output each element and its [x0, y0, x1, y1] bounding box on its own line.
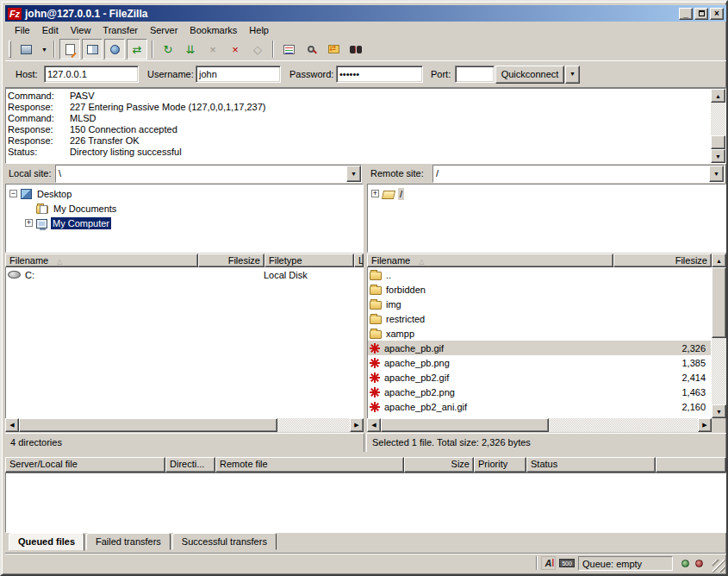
- close-button[interactable]: ×: [710, 8, 724, 20]
- column-header-filename[interactable]: Filename△: [5, 254, 198, 267]
- log-vertical-scrollbar[interactable]: ▲ ▼: [711, 89, 725, 163]
- process-queue-button[interactable]: ⇊: [180, 39, 201, 59]
- scrollbar-thumb[interactable]: [381, 418, 549, 432]
- file-row[interactable]: forbidden: [368, 282, 711, 297]
- scroll-up-icon[interactable]: ▲: [711, 89, 725, 103]
- column-header-priority[interactable]: Priority: [474, 457, 526, 473]
- tree-item[interactable]: + My Computer: [8, 216, 363, 230]
- scroll-right-icon[interactable]: ▶: [698, 418, 712, 432]
- username-input[interactable]: john: [196, 66, 281, 83]
- menu-item[interactable]: View: [65, 23, 97, 37]
- quickconnect-dropdown-button[interactable]: ▼: [565, 66, 580, 84]
- reconnect-button[interactable]: ◇: [247, 39, 268, 59]
- tree-item-label[interactable]: My Computer: [51, 217, 111, 229]
- scroll-up-icon[interactable]: ▲: [712, 254, 726, 267]
- refresh-button[interactable]: ↻: [158, 39, 178, 59]
- file-row[interactable]: apache_pb2_ani.gif 2,160: [368, 399, 711, 414]
- column-header-filesize[interactable]: Filesize: [613, 254, 712, 267]
- toolbar-grip[interactable]: [9, 41, 11, 58]
- remote-site-path[interactable]: /: [433, 166, 709, 182]
- toggle-message-log-button[interactable]: [59, 39, 80, 59]
- scrollbar-thumb[interactable]: [712, 267, 726, 338]
- scrollbar-track[interactable]: [712, 338, 726, 404]
- column-header-direction[interactable]: Directi...: [165, 457, 215, 473]
- file-row[interactable]: C: Local Disk: [6, 267, 363, 282]
- column-header-server-local-file[interactable]: Server/Local file: [5, 457, 165, 473]
- chevron-down-icon[interactable]: ▼: [346, 166, 361, 182]
- remote-site-combobox[interactable]: / ▼: [432, 165, 725, 183]
- site-manager-dropdown-button[interactable]: ▼: [38, 39, 49, 59]
- column-header-status[interactable]: Status: [526, 457, 656, 473]
- column-header-filesize[interactable]: Filesize: [198, 254, 264, 267]
- queue-tab[interactable]: Failed transfers: [86, 533, 171, 550]
- file-row[interactable]: img: [368, 297, 711, 311]
- local-site-combobox[interactable]: \ ▼: [55, 165, 362, 183]
- scroll-left-icon[interactable]: ◀: [367, 418, 381, 432]
- password-input[interactable]: ••••••: [336, 66, 423, 83]
- menu-item[interactable]: File: [9, 23, 36, 37]
- minimize-button[interactable]: _: [679, 8, 693, 20]
- file-row[interactable]: ..: [368, 267, 711, 282]
- tree-item[interactable]: − Desktop: [8, 186, 363, 201]
- scrollbar-thumb[interactable]: [711, 135, 725, 149]
- local-list-horizontal-scrollbar[interactable]: ◀ ▶: [5, 418, 364, 432]
- queue-tab[interactable]: Queued files: [9, 533, 84, 551]
- toggle-transfer-queue-button[interactable]: ⇄: [127, 39, 147, 59]
- column-header-filetype[interactable]: Filetype: [264, 254, 354, 267]
- toggle-local-tree-button[interactable]: [82, 39, 103, 59]
- remote-list-horizontal-scrollbar[interactable]: ◀ ▶: [367, 418, 712, 432]
- column-header-size[interactable]: Size: [404, 457, 474, 473]
- menu-item[interactable]: Help: [243, 23, 275, 37]
- synchronized-browsing-button[interactable]: [345, 39, 366, 59]
- transfer-queue-list[interactable]: [5, 473, 726, 533]
- tree-expander-icon[interactable]: +: [25, 219, 33, 227]
- tree-item-label[interactable]: My Documents: [52, 203, 118, 215]
- tree-item-label[interactable]: Desktop: [35, 188, 73, 200]
- disconnect-button[interactable]: ×: [225, 39, 246, 59]
- file-row[interactable]: apache_pb.gif 2,326: [368, 341, 711, 355]
- scroll-down-icon[interactable]: ▼: [712, 404, 726, 418]
- local-site-path[interactable]: \: [56, 166, 346, 182]
- resize-grip[interactable]: [712, 560, 725, 573]
- column-header-lastmodified[interactable]: L: [354, 254, 364, 267]
- menu-item[interactable]: Edit: [36, 23, 65, 37]
- maximize-button[interactable]: [694, 8, 708, 20]
- file-row[interactable]: apache_pb2.gif 2,414: [368, 370, 711, 385]
- toggle-remote-tree-button[interactable]: [104, 39, 125, 59]
- queue-tab[interactable]: Successful transfers: [172, 533, 277, 550]
- tree-expander-icon[interactable]: −: [9, 190, 17, 197]
- menu-item[interactable]: Server: [144, 23, 184, 37]
- filter-button[interactable]: [278, 39, 299, 59]
- scroll-down-icon[interactable]: ▼: [711, 149, 725, 163]
- tree-item[interactable]: My Documents: [8, 201, 363, 216]
- menu-item[interactable]: Transfer: [96, 23, 144, 37]
- scrollbar-track[interactable]: [711, 103, 725, 135]
- host-input[interactable]: 127.0.0.1: [44, 66, 139, 83]
- column-header-remote-file[interactable]: Remote file: [215, 457, 404, 473]
- tree-item-label[interactable]: /: [398, 188, 404, 200]
- quickconnect-button[interactable]: Quickconnect: [495, 66, 564, 84]
- scrollbar-track[interactable]: [277, 418, 350, 432]
- tree-item[interactable]: + /: [370, 186, 725, 201]
- find-files-button[interactable]: [301, 39, 321, 59]
- tree-expander-icon[interactable]: +: [371, 190, 379, 197]
- column-header-filename[interactable]: Filename△: [367, 254, 613, 267]
- file-row[interactable]: restricted: [368, 311, 711, 326]
- file-row[interactable]: apache_pb.png 1,385: [368, 355, 711, 370]
- remote-list-vertical-scrollbar[interactable]: ▲ ▼: [712, 254, 726, 418]
- transfer-type-icon[interactable]: A: [541, 556, 556, 570]
- title-bar[interactable]: Fz john@127.0.0.1 - FileZilla _ ×: [5, 5, 726, 22]
- chevron-down-icon[interactable]: ▼: [709, 166, 724, 182]
- scroll-left-icon[interactable]: ◀: [5, 418, 19, 432]
- port-input[interactable]: [455, 66, 495, 83]
- scrollbar-thumb[interactable]: [19, 418, 277, 432]
- scroll-right-icon[interactable]: ▶: [350, 418, 364, 432]
- file-row[interactable]: xampp: [368, 326, 711, 341]
- directory-comparison-button[interactable]: [323, 39, 344, 59]
- file-row[interactable]: apache_pb2.png 1,463: [368, 385, 711, 399]
- scrollbar-track[interactable]: [549, 418, 698, 432]
- site-manager-button[interactable]: [16, 39, 36, 59]
- speed-limit-icon[interactable]: 500: [559, 559, 575, 567]
- cancel-operation-button[interactable]: ×: [202, 39, 223, 59]
- menu-item[interactable]: Bookmarks: [184, 23, 243, 37]
